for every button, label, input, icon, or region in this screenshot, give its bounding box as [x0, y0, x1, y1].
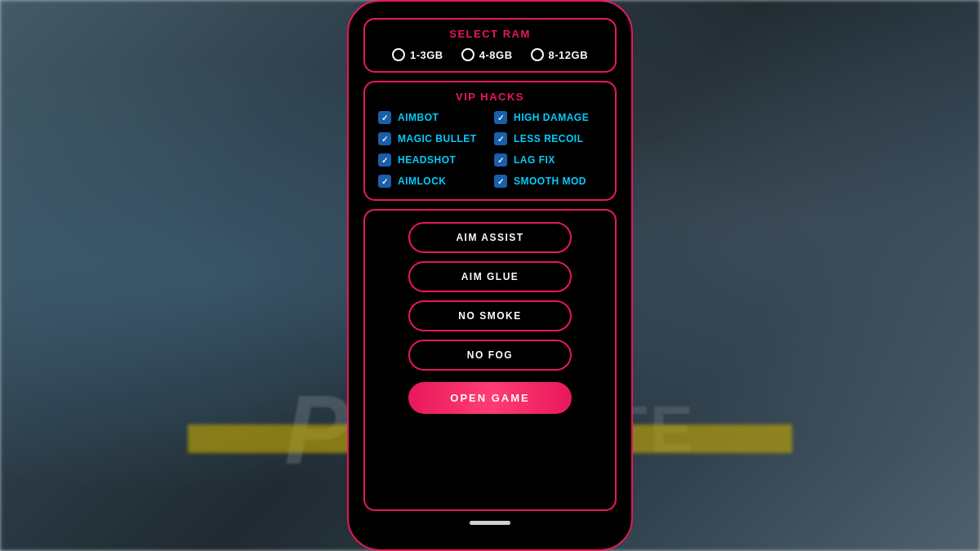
- open-game-button[interactable]: OPEN GAME: [408, 382, 572, 414]
- checkbox-smooth-mod[interactable]: [494, 175, 507, 188]
- hack-high-damage[interactable]: HIGH DAMAGE: [494, 111, 602, 124]
- ram-options: 1-3GB 4-8GB 8-12GB: [375, 48, 605, 61]
- radio-4gb[interactable]: [461, 48, 474, 61]
- hack-aimlock[interactable]: AIMLOCK: [378, 175, 486, 188]
- checkbox-lag-fix[interactable]: [494, 153, 507, 167]
- ram-label-2: 4-8GB: [479, 49, 513, 61]
- ram-option-2[interactable]: 4-8GB: [461, 48, 513, 61]
- hack-magic-bullet-label: MAGIC BULLET: [398, 133, 477, 144]
- radio-1gb[interactable]: [392, 48, 405, 61]
- hack-lag-fix-label: LAG FIX: [514, 154, 555, 166]
- ram-label-1: 1-3GB: [410, 49, 443, 61]
- hack-aimlock-label: AIMLOCK: [398, 176, 447, 187]
- hack-smooth-mod[interactable]: SMOOTH MOD: [494, 175, 602, 188]
- ram-title: SELECT RAM: [375, 28, 605, 40]
- hack-lag-fix[interactable]: LAG FIX: [494, 153, 602, 167]
- checkbox-magic-bullet[interactable]: [378, 132, 391, 145]
- hack-headshot-label: HEADSHOT: [398, 154, 456, 166]
- hack-high-damage-label: HIGH DAMAGE: [514, 112, 589, 123]
- home-indicator: [470, 521, 510, 525]
- hack-aimbot[interactable]: AIMBOT: [378, 111, 486, 124]
- checkbox-high-damage[interactable]: [494, 111, 507, 124]
- ram-section: SELECT RAM 1-3GB 4-8GB 8-12GB: [363, 18, 617, 73]
- hack-aimbot-label: AIMBOT: [398, 112, 439, 123]
- hack-less-recoil-label: LESS RECOIL: [514, 133, 584, 144]
- phone-container: SELECT RAM 1-3GB 4-8GB 8-12GB VIP HACKS …: [347, 0, 633, 551]
- no-fog-button[interactable]: NO FOG: [408, 340, 572, 371]
- radio-8gb[interactable]: [531, 48, 544, 61]
- checkbox-less-recoil[interactable]: [494, 132, 507, 145]
- ram-option-3[interactable]: 8-12GB: [531, 48, 589, 61]
- checkbox-aimlock[interactable]: [378, 175, 391, 188]
- checkbox-aimbot[interactable]: [378, 111, 391, 124]
- hack-less-recoil[interactable]: LESS RECOIL: [494, 132, 602, 145]
- bg-yellow-bar-left: [188, 424, 351, 453]
- vip-title: VIP HACKS: [378, 91, 602, 103]
- hack-magic-bullet[interactable]: MAGIC BULLET: [378, 132, 486, 145]
- ram-label-3: 8-12GB: [549, 49, 589, 61]
- aim-glue-button[interactable]: AIM GLUE: [408, 261, 572, 292]
- checkbox-headshot[interactable]: [378, 153, 391, 167]
- hack-headshot[interactable]: HEADSHOT: [378, 153, 486, 167]
- hack-smooth-mod-label: SMOOTH MOD: [514, 176, 586, 187]
- aim-assist-button[interactable]: AIM ASSIST: [408, 222, 572, 253]
- hacks-grid: AIMBOT HIGH DAMAGE MAGIC BULLET LESS REC…: [378, 111, 602, 188]
- bg-yellow-bar-right: [629, 424, 792, 453]
- no-smoke-button[interactable]: NO SMOKE: [408, 300, 572, 331]
- vip-section: VIP HACKS AIMBOT HIGH DAMAGE MAGIC BULLE…: [363, 81, 617, 201]
- ram-option-1[interactable]: 1-3GB: [392, 48, 443, 61]
- action-section: AIM ASSIST AIM GLUE NO SMOKE NO FOG OPEN…: [363, 209, 617, 511]
